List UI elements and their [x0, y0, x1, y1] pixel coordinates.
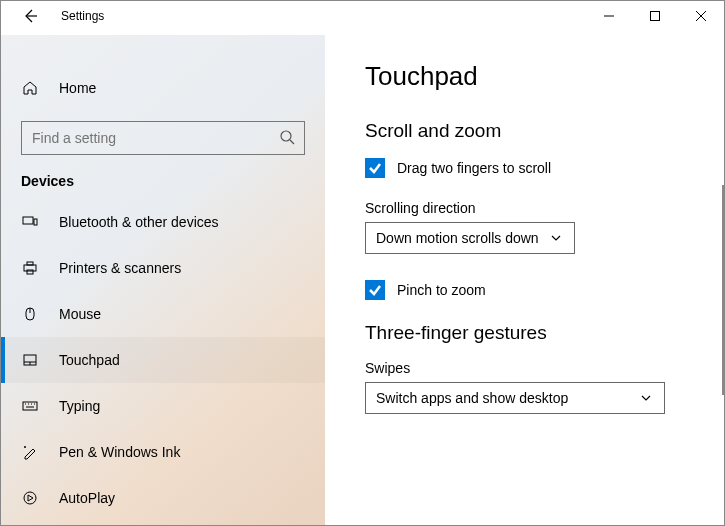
maximize-button[interactable] — [632, 1, 678, 31]
svg-rect-7 — [34, 219, 37, 225]
close-button[interactable] — [678, 1, 724, 31]
swipes-dropdown[interactable]: Switch apps and show desktop — [365, 382, 665, 414]
scrollbar[interactable] — [722, 185, 724, 395]
sidebar-item-label: Touchpad — [59, 352, 120, 368]
sidebar-item-printers[interactable]: Printers & scanners — [1, 245, 325, 291]
home-nav[interactable]: Home — [1, 65, 325, 111]
three-finger-heading: Three-finger gestures — [365, 322, 684, 344]
svg-line-5 — [290, 140, 294, 144]
bluetooth-icon — [21, 213, 39, 231]
svg-point-23 — [24, 492, 36, 504]
drag-scroll-label: Drag two fingers to scroll — [397, 160, 551, 176]
sidebar-section-label: Devices — [1, 173, 325, 199]
sidebar-item-touchpad[interactable]: Touchpad — [1, 337, 325, 383]
titlebar: Settings — [1, 1, 724, 35]
sidebar-item-label: AutoPlay — [59, 490, 115, 506]
sidebar-item-label: Typing — [59, 398, 100, 414]
swipes-label: Swipes — [365, 360, 684, 376]
svg-rect-16 — [23, 402, 37, 410]
pinch-zoom-checkbox-row[interactable]: Pinch to zoom — [365, 280, 684, 300]
home-label: Home — [59, 80, 96, 96]
home-icon — [21, 79, 39, 97]
sidebar-item-label: Mouse — [59, 306, 101, 322]
autoplay-icon — [21, 489, 39, 507]
svg-point-4 — [281, 131, 291, 141]
svg-point-22 — [24, 446, 26, 448]
sidebar-item-pen[interactable]: Pen & Windows Ink — [1, 429, 325, 475]
keyboard-icon — [21, 397, 39, 415]
minimize-button[interactable] — [586, 1, 632, 31]
sidebar-item-label: Bluetooth & other devices — [59, 214, 219, 230]
window-controls — [586, 1, 724, 31]
dropdown-value: Down motion scrolls down — [376, 230, 539, 246]
pinch-zoom-label: Pinch to zoom — [397, 282, 486, 298]
main-panel: Touchpad Scroll and zoom Drag two finger… — [325, 35, 724, 525]
sidebar-item-bluetooth[interactable]: Bluetooth & other devices — [1, 199, 325, 245]
chevron-down-icon — [550, 231, 564, 245]
checkbox-checked-icon — [365, 158, 385, 178]
sidebar: Home Devices Bluetooth & other devices P… — [1, 35, 325, 525]
sidebar-item-mouse[interactable]: Mouse — [1, 291, 325, 337]
sidebar-item-label: Printers & scanners — [59, 260, 181, 276]
printer-icon — [21, 259, 39, 277]
svg-rect-6 — [23, 217, 33, 224]
search-input[interactable] — [21, 121, 305, 155]
chevron-down-icon — [640, 391, 654, 405]
checkbox-checked-icon — [365, 280, 385, 300]
touchpad-icon — [21, 351, 39, 369]
scrolling-direction-label: Scrolling direction — [365, 200, 684, 216]
settings-window: Settings Home Devices Bluetooth & ot — [0, 0, 725, 526]
drag-scroll-checkbox-row[interactable]: Drag two fingers to scroll — [365, 158, 684, 178]
scrolling-direction-dropdown[interactable]: Down motion scrolls down — [365, 222, 575, 254]
page-title: Touchpad — [365, 61, 684, 92]
pen-icon — [21, 443, 39, 461]
scroll-zoom-heading: Scroll and zoom — [365, 120, 684, 142]
search-icon — [279, 129, 297, 147]
window-title: Settings — [61, 9, 104, 23]
svg-rect-9 — [27, 262, 33, 265]
dropdown-value: Switch apps and show desktop — [376, 390, 568, 406]
back-button[interactable] — [21, 7, 39, 25]
sidebar-item-label: Pen & Windows Ink — [59, 444, 180, 460]
sidebar-item-typing[interactable]: Typing — [1, 383, 325, 429]
mouse-icon — [21, 305, 39, 323]
svg-rect-1 — [651, 12, 660, 21]
sidebar-item-autoplay[interactable]: AutoPlay — [1, 475, 325, 521]
